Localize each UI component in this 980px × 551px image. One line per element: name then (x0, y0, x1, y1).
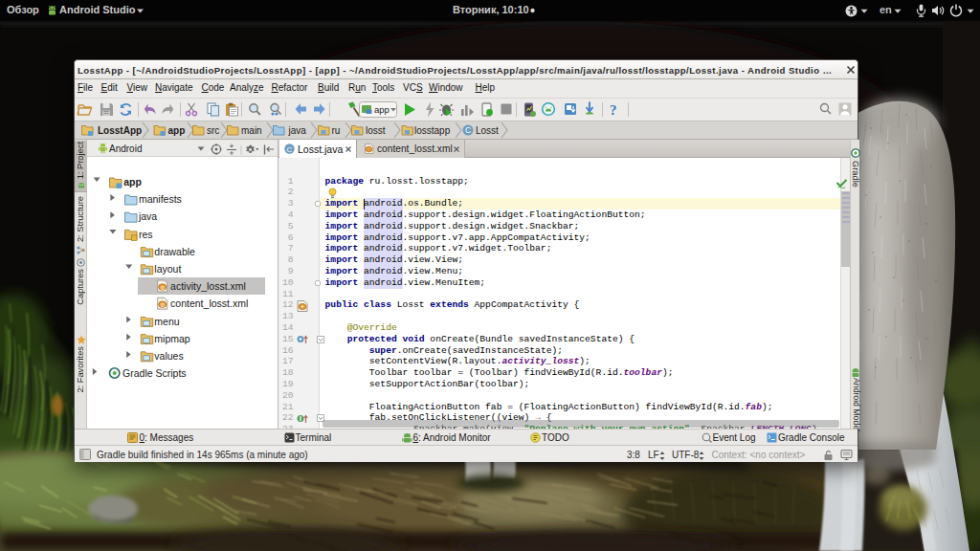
svg-text:app: app (374, 104, 390, 115)
svg-text:C: C (465, 125, 471, 135)
svg-text:?: ? (610, 102, 617, 118)
svg-text:o: o (161, 302, 165, 309)
svg-text:o: o (161, 285, 165, 292)
